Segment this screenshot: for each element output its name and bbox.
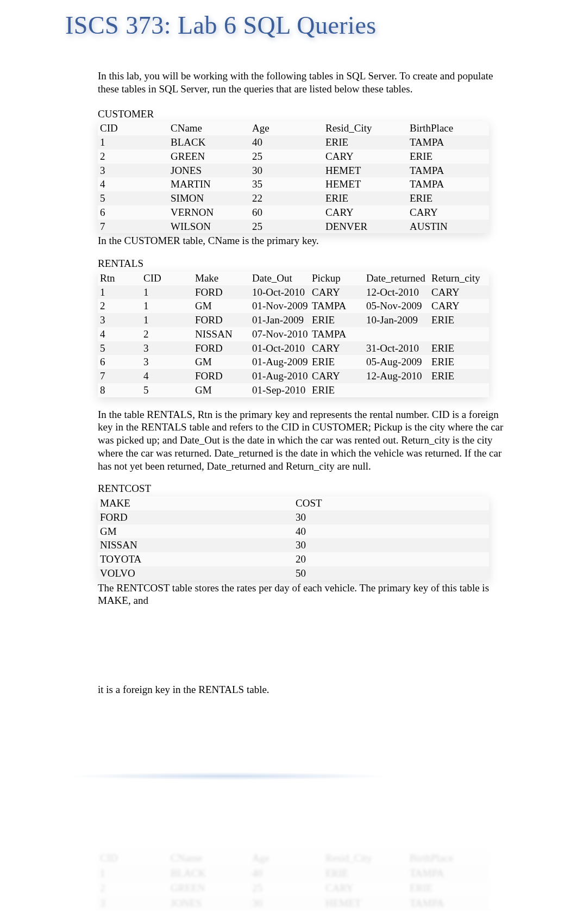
document-body: In this lab, you will be working with th…	[98, 70, 512, 696]
table-header-row: CID CName Age Resid_City BirthPlace	[98, 121, 489, 135]
table-row: 1BLACK40ERIETAMPA	[98, 866, 489, 881]
table-row: 2GREEN25CARYERIE	[98, 881, 489, 896]
table-header-row: MAKE COST	[98, 496, 489, 510]
table-row: FORD30	[98, 510, 489, 525]
col-header: Resid_City	[323, 851, 407, 866]
table-row: 85GM01-Sep-2010ERIE	[98, 383, 489, 397]
document-page: ISCS 373: Lab 6 SQL Queries In this lab,…	[0, 0, 577, 911]
rentcost-label: RENTCOST	[98, 482, 512, 495]
table-row: VOLVO50	[98, 566, 489, 580]
rentcost-note-2: it is a foreign key in the RENTALS table…	[98, 683, 512, 696]
table-row: 21GM01-Nov-2009TAMPA05-Nov-2009CARY	[98, 299, 489, 313]
col-header: Rtn	[98, 271, 141, 285]
col-header: Pickup	[310, 271, 364, 285]
table-row: 3JONES30HEMETTAMPA	[98, 164, 489, 178]
col-header: Date_returned	[364, 271, 429, 285]
rentals-label: RENTALS	[98, 257, 512, 270]
table-row: 63GM01-Aug-2009ERIE05-Aug-2009ERIE	[98, 355, 489, 369]
col-header: CName	[168, 121, 250, 135]
table-row: 53FORD01-Oct-2010CARY31-Oct-2010ERIE	[98, 341, 489, 355]
table-row: 6VERNON60CARYCARY	[98, 205, 489, 220]
table-header-row: CID CName Age Resid_City BirthPlace	[98, 851, 489, 866]
table-row: 3JONES30HEMETTAMPA	[98, 896, 489, 911]
table-row: 7WILSON25DENVERAUSTIN	[98, 220, 489, 234]
section-divider-shadow	[65, 772, 391, 780]
table-row: 5SIMON22ERIEERIE	[98, 191, 489, 205]
col-header: CID	[98, 851, 168, 866]
page-title: ISCS 373: Lab 6 SQL Queries	[65, 11, 577, 40]
col-header: Date_Out	[250, 271, 310, 285]
table-row: 42NISSAN07-Nov-2010TAMPA	[98, 327, 489, 341]
col-header: Resid_City	[323, 121, 407, 135]
col-header: COST	[293, 496, 489, 510]
col-header: BirthPlace	[407, 121, 489, 135]
ghost-section: CID CName Age Resid_City BirthPlace 1BLA…	[98, 851, 512, 911]
intro-paragraph: In this lab, you will be working with th…	[98, 70, 512, 96]
customer-table: CID CName Age Resid_City BirthPlace 1BLA…	[98, 121, 489, 233]
table-row: 2GREEN25CARYERIE	[98, 149, 489, 164]
rentals-table: Rtn CID Make Date_Out Pickup Date_return…	[98, 271, 489, 397]
col-header: Make	[193, 271, 250, 285]
col-header: CID	[98, 121, 168, 135]
table-row: GM40	[98, 525, 489, 539]
table-row: NISSAN30	[98, 538, 489, 552]
rentcost-note-1: The RENTCOST table stores the rates per …	[98, 582, 512, 608]
table-row: 1BLACK40ERIETAMPA	[98, 135, 489, 149]
table-header-row: Rtn CID Make Date_Out Pickup Date_return…	[98, 271, 489, 285]
table-row: 74FORD01-Aug-2010CARY12-Aug-2010ERIE	[98, 369, 489, 383]
col-header: Age	[250, 121, 323, 135]
col-header: CID	[141, 271, 193, 285]
col-header: MAKE	[98, 496, 293, 510]
col-header: Age	[250, 851, 323, 866]
customer-label: CUSTOMER	[98, 108, 512, 121]
ghost-table: CID CName Age Resid_City BirthPlace 1BLA…	[98, 851, 489, 911]
table-row: 31FORD01-Jan-2009ERIE10-Jan-2009ERIE	[98, 313, 489, 327]
table-row: 4MARTIN35HEMETTAMPA	[98, 177, 489, 191]
table-row: 11FORD10-Oct-2010CARY12-Oct-2010CARY	[98, 285, 489, 299]
col-header: BirthPlace	[407, 851, 489, 866]
customer-note: In the CUSTOMER table, CName is the prim…	[98, 234, 512, 247]
col-header: CName	[168, 851, 250, 866]
rentals-note: In the table RENTALS, Rtn is the primary…	[98, 408, 512, 473]
col-header: Return_city	[429, 271, 489, 285]
table-row: TOYOTA20	[98, 552, 489, 566]
rentcost-table: MAKE COST FORD30 GM40 NISSAN30 TOYOTA20 …	[98, 496, 489, 580]
